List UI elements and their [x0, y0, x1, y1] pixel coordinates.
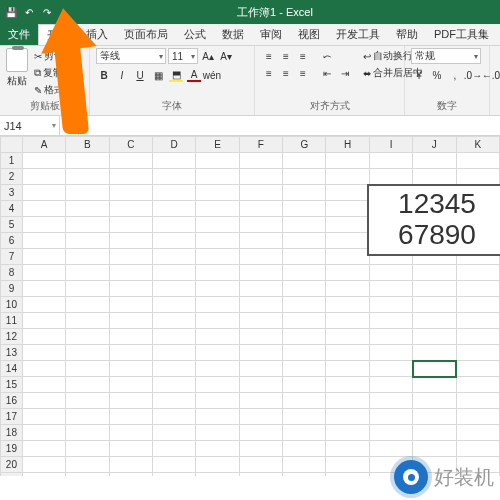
- cell-I8[interactable]: [369, 265, 412, 281]
- cell-D10[interactable]: [152, 297, 195, 313]
- save-icon[interactable]: 💾: [4, 5, 18, 19]
- cell-C16[interactable]: [109, 393, 152, 409]
- cell-K11[interactable]: [456, 313, 499, 329]
- cell-F7[interactable]: [239, 249, 282, 265]
- row-head-6[interactable]: 6: [1, 233, 23, 249]
- tab-insert[interactable]: 插入: [78, 24, 116, 45]
- percent-icon[interactable]: %: [429, 67, 445, 83]
- cell-E18[interactable]: [196, 425, 239, 441]
- cell-G8[interactable]: [283, 265, 326, 281]
- cell-F21[interactable]: [239, 473, 282, 477]
- row-head-12[interactable]: 12: [1, 329, 23, 345]
- cell-F14[interactable]: [239, 361, 282, 377]
- cell-J19[interactable]: [413, 441, 456, 457]
- cell-D16[interactable]: [152, 393, 195, 409]
- cell-I14[interactable]: [369, 361, 412, 377]
- cell-K12[interactable]: [456, 329, 499, 345]
- col-head-E[interactable]: E: [196, 137, 239, 153]
- cell-K9[interactable]: [456, 281, 499, 297]
- cell-G1[interactable]: [283, 153, 326, 169]
- row-head-1[interactable]: 1: [1, 153, 23, 169]
- cell-K10[interactable]: [456, 297, 499, 313]
- cell-A20[interactable]: [22, 457, 65, 473]
- cell-C7[interactable]: [109, 249, 152, 265]
- cell-E12[interactable]: [196, 329, 239, 345]
- cell-H10[interactable]: [326, 297, 369, 313]
- tab-dev[interactable]: 开发工具: [328, 24, 388, 45]
- align-top-icon[interactable]: ≡: [261, 48, 277, 64]
- cell-A7[interactable]: [22, 249, 65, 265]
- cell-I13[interactable]: [369, 345, 412, 361]
- col-head-F[interactable]: F: [239, 137, 282, 153]
- row-head-7[interactable]: 7: [1, 249, 23, 265]
- tab-layout[interactable]: 页面布局: [116, 24, 176, 45]
- number-format-combo[interactable]: 常规: [411, 48, 481, 64]
- cell-E7[interactable]: [196, 249, 239, 265]
- cell-G13[interactable]: [283, 345, 326, 361]
- cell-F8[interactable]: [239, 265, 282, 281]
- cell-J1[interactable]: [413, 153, 456, 169]
- cell-G11[interactable]: [283, 313, 326, 329]
- cell-D2[interactable]: [152, 169, 195, 185]
- cell-D8[interactable]: [152, 265, 195, 281]
- cell-G21[interactable]: [283, 473, 326, 477]
- border-button[interactable]: ▦: [150, 67, 166, 83]
- increase-font-icon[interactable]: A▴: [200, 48, 216, 64]
- currency-icon[interactable]: ¥: [411, 67, 427, 83]
- cell-A1[interactable]: [22, 153, 65, 169]
- name-box[interactable]: J14: [0, 116, 60, 135]
- cell-F19[interactable]: [239, 441, 282, 457]
- cell-D19[interactable]: [152, 441, 195, 457]
- row-head-16[interactable]: 16: [1, 393, 23, 409]
- cell-G7[interactable]: [283, 249, 326, 265]
- fx-button[interactable]: fx: [60, 116, 78, 135]
- cell-D17[interactable]: [152, 409, 195, 425]
- cell-E11[interactable]: [196, 313, 239, 329]
- cell-I17[interactable]: [369, 409, 412, 425]
- cell-K14[interactable]: [456, 361, 499, 377]
- tab-pdf[interactable]: PDF工具集: [426, 24, 497, 45]
- increase-indent-icon[interactable]: ⇥: [337, 65, 353, 81]
- cell-H1[interactable]: [326, 153, 369, 169]
- cell-B10[interactable]: [66, 297, 109, 313]
- row-head-2[interactable]: 2: [1, 169, 23, 185]
- phonetic-button[interactable]: wén: [204, 67, 220, 83]
- row-head-14[interactable]: 14: [1, 361, 23, 377]
- cell-E9[interactable]: [196, 281, 239, 297]
- cell-J8[interactable]: [413, 265, 456, 281]
- cell-D7[interactable]: [152, 249, 195, 265]
- cell-I18[interactable]: [369, 425, 412, 441]
- cell-F11[interactable]: [239, 313, 282, 329]
- cell-I15[interactable]: [369, 377, 412, 393]
- cell-B20[interactable]: [66, 457, 109, 473]
- cell-E20[interactable]: [196, 457, 239, 473]
- cell-A14[interactable]: [22, 361, 65, 377]
- cell-E4[interactable]: [196, 201, 239, 217]
- cell-J12[interactable]: [413, 329, 456, 345]
- cell-B15[interactable]: [66, 377, 109, 393]
- cell-B8[interactable]: [66, 265, 109, 281]
- tab-help[interactable]: 帮助: [388, 24, 426, 45]
- cell-G20[interactable]: [283, 457, 326, 473]
- cell-H2[interactable]: [326, 169, 369, 185]
- cell-J14[interactable]: [413, 361, 456, 377]
- orientation-icon[interactable]: ⤺: [319, 48, 335, 64]
- cell-B19[interactable]: [66, 441, 109, 457]
- row-head-9[interactable]: 9: [1, 281, 23, 297]
- cell-D18[interactable]: [152, 425, 195, 441]
- cell-G12[interactable]: [283, 329, 326, 345]
- cell-B16[interactable]: [66, 393, 109, 409]
- cell-A17[interactable]: [22, 409, 65, 425]
- cell-H16[interactable]: [326, 393, 369, 409]
- cell-H15[interactable]: [326, 377, 369, 393]
- cell-K8[interactable]: [456, 265, 499, 281]
- cell-D20[interactable]: [152, 457, 195, 473]
- cell-J9[interactable]: [413, 281, 456, 297]
- cell-F16[interactable]: [239, 393, 282, 409]
- cell-J11[interactable]: [413, 313, 456, 329]
- row-head-4[interactable]: 4: [1, 201, 23, 217]
- tab-home[interactable]: 开始: [38, 24, 78, 45]
- cell-G19[interactable]: [283, 441, 326, 457]
- align-bottom-icon[interactable]: ≡: [295, 48, 311, 64]
- cell-D14[interactable]: [152, 361, 195, 377]
